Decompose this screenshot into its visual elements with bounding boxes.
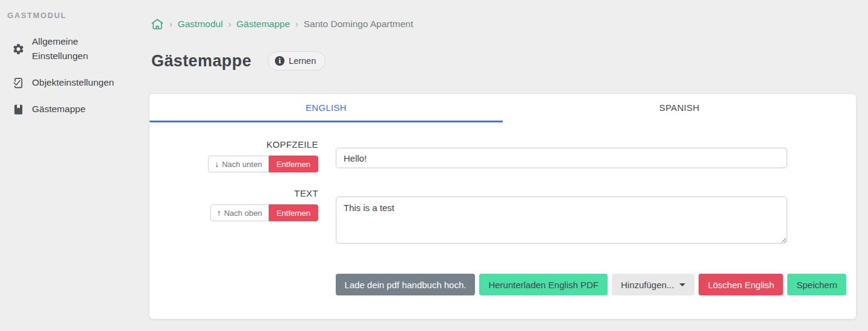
breadcrumb-separator: › <box>228 19 231 29</box>
remove-kopfzeile-button[interactable]: Entfernen <box>269 156 318 172</box>
label-column: KOPFZEILE ↓ Nach unten Entfernen <box>149 139 318 172</box>
sidebar-item-label: Allgemeine Einstellungen <box>32 34 109 63</box>
remove-text-button[interactable]: Entfernen <box>269 204 318 221</box>
sidebar-item-allgemeine-einstellungen[interactable]: Allgemeine Einstellungen <box>6 34 134 63</box>
tab-bar: ENGLISH SPANISH <box>149 94 856 122</box>
sidebar-item-label: Objekteinstellungen <box>32 75 114 90</box>
arrow-down-icon: ↓ <box>215 159 219 169</box>
field-column <box>336 139 787 172</box>
guest-folder-form: KOPFZEILE ↓ Nach unten Entfernen <box>149 122 856 295</box>
label-column: TEXT ↑ Nach oben Entfernen <box>149 188 318 246</box>
tab-english[interactable]: ENGLISH <box>149 94 503 122</box>
delete-english-button[interactable]: Löschen English <box>699 274 783 295</box>
kopfzeile-input[interactable] <box>336 148 787 168</box>
learn-button-label: Lernen <box>289 56 316 66</box>
language-card: ENGLISH SPANISH KOPFZEILE ↓ Nach unten E… <box>149 94 856 319</box>
sidebar-item-objekteinstellungen[interactable]: Objekteinstellungen <box>6 75 134 90</box>
form-row-text: TEXT ↑ Nach oben Entfernen This is a tes… <box>149 188 856 246</box>
breadcrumb: › Gastmodul › Gästemappe › Santo Domingo… <box>151 18 856 30</box>
caret-down-icon <box>679 283 685 286</box>
form-row-kopfzeile: KOPFZEILE ↓ Nach unten Entfernen <box>149 139 856 172</box>
tab-spanish[interactable]: SPANISH <box>503 94 856 122</box>
gear-icon <box>12 43 25 55</box>
form-footer: Lade dein pdf handbuch hoch. Herunterlad… <box>149 274 856 295</box>
move-down-label: Nach unten <box>222 160 262 169</box>
move-up-label: Nach oben <box>224 209 262 218</box>
save-button[interactable]: Speichern <box>787 274 846 295</box>
download-pdf-button[interactable]: Herunterladen English PDF <box>479 274 608 295</box>
main-content: › Gastmodul › Gästemappe › Santo Domingo… <box>140 0 868 331</box>
section-actions: ↓ Nach unten Entfernen <box>208 156 318 172</box>
check-square-icon <box>12 77 25 89</box>
field-label-kopfzeile: KOPFZEILE <box>266 139 318 150</box>
breadcrumb-separator: › <box>169 19 172 29</box>
section-actions: ↑ Nach oben Entfernen <box>210 204 318 221</box>
sidebar-title: GASTMODUL <box>7 11 134 20</box>
text-textarea[interactable]: This is a test <box>336 197 787 244</box>
title-row: Gästemappe i Lernen <box>151 51 856 71</box>
breadcrumb-separator: › <box>295 19 298 29</box>
book-bookmark-icon <box>12 103 25 116</box>
arrow-up-icon: ↑ <box>217 208 221 218</box>
learn-button[interactable]: i Lernen <box>268 51 326 71</box>
field-label-text: TEXT <box>294 188 318 198</box>
page-title: Gästemappe <box>151 52 251 71</box>
field-column: This is a test <box>336 188 787 246</box>
add-dropdown-label: Hinzufügen... <box>621 280 674 290</box>
home-icon[interactable] <box>151 18 164 30</box>
add-dropdown-button[interactable]: Hinzufügen... <box>612 274 694 295</box>
sidebar-item-label: Gästemappe <box>32 102 86 116</box>
breadcrumb-item-gaestemappe[interactable]: Gästemappe <box>236 19 290 30</box>
sidebar: GASTMODUL Allgemeine Einstellungen Objek… <box>0 0 140 331</box>
sidebar-item-gaestemappe[interactable]: Gästemappe <box>6 102 134 116</box>
move-down-button[interactable]: ↓ Nach unten <box>208 156 269 172</box>
upload-pdf-button[interactable]: Lade dein pdf handbuch hoch. <box>336 274 476 295</box>
info-icon: i <box>275 56 285 66</box>
move-up-button[interactable]: ↑ Nach oben <box>210 204 269 221</box>
breadcrumb-item-current: Santo Domingo Apartment <box>304 19 414 30</box>
breadcrumb-item-gastmodul[interactable]: Gastmodul <box>178 19 223 30</box>
